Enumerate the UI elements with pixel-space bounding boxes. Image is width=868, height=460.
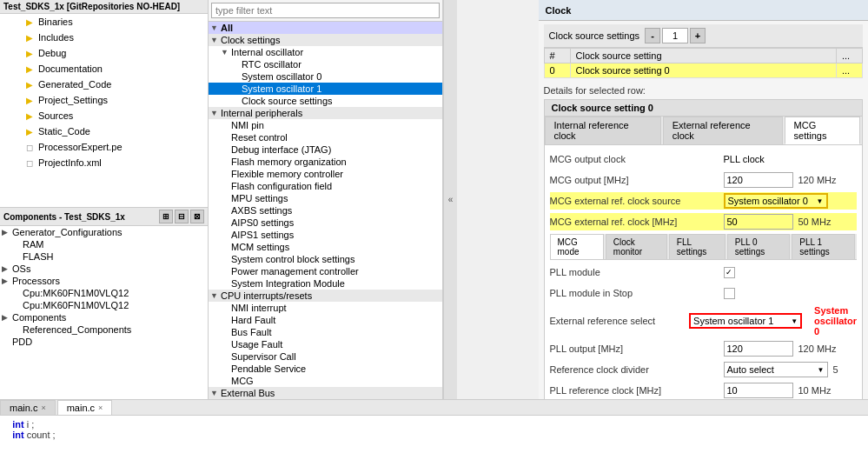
mid-tree-item-sys_osc0[interactable]: System oscillator 0 [209, 70, 442, 83]
mid-tree-item-nmi_interrupt[interactable]: NMI interrupt [209, 302, 442, 314]
table-row[interactable]: 0 Clock source setting 0 ... [544, 63, 863, 78]
collapse-button[interactable]: « [443, 0, 457, 399]
right-panel: Clock Clock source settings - 1 + # Cloc… [539, 0, 869, 399]
ext-ref-select-arrow: ▼ [791, 317, 798, 325]
comp-tree-item-cpu2[interactable]: Cpu:MK60FN1M0VLQ12 [0, 299, 208, 311]
mid-tree-item-rtc_osc[interactable]: RTC oscillator [209, 58, 442, 70]
mid-tree-item-reset_ctrl[interactable]: Reset control [209, 131, 442, 143]
comp-tree-item-oss[interactable]: ▶OSs [0, 263, 208, 275]
mid-tree-item-axbs_settings[interactable]: AXBS settings [209, 204, 442, 217]
mid-tree-item-internal_osc[interactable]: ▼Internal oscillator [209, 46, 442, 58]
mid-tree-item-mcg[interactable]: MCG [209, 375, 442, 387]
section-tab-fll[interactable]: FLL settings [669, 234, 726, 259]
code-line-1: int i ; [7, 419, 861, 430]
mid-tree-item-flash_mem[interactable]: Flash memory organization [209, 156, 442, 168]
mid-tree-item-clock_settings[interactable]: ▼Clock settings [209, 34, 442, 46]
project-tree-item-static_code[interactable]: ▶Static_Code [0, 123, 208, 139]
comp-tree-item-ram[interactable]: RAM [0, 238, 208, 250]
pll-row-divider: Reference clock divider Auto select ▼ 5 [550, 361, 858, 378]
pll-output-input[interactable] [724, 341, 793, 357]
project-tree-item-project_info[interactable]: ◻ProjectInfo.xml [0, 155, 208, 170]
section-tab-pll0[interactable]: PLL 0 settings [727, 234, 791, 259]
pll-row-output: PLL output [MHz] 120 MHz [550, 340, 858, 357]
pll-stop-value [724, 288, 858, 299]
mid-tree-item-power_mgmt[interactable]: Power management controller [209, 265, 442, 277]
project-tree-item-includes[interactable]: ▶Includes [0, 30, 208, 45]
comp-tree-item-processors[interactable]: ▶Processors [0, 275, 208, 287]
ext-mhz-input[interactable] [724, 214, 793, 230]
project-tree-item-sources[interactable]: ▶Sources [0, 108, 208, 123]
form-row-1: MCG output [MHz] 120 MHz [550, 171, 858, 189]
mid-tree-item-aips0_settings[interactable]: AIPS0 settings [209, 217, 442, 229]
mid-tree-item-sys_osc1[interactable]: System oscillator 1 [209, 83, 442, 95]
mcg-mhz-input[interactable] [724, 172, 793, 188]
mid-tree-item-external_bus[interactable]: ▼External Bus [209, 387, 442, 399]
components-header: Components - Test_SDKS_1x ⊞ ⊟ ⊠ [0, 208, 208, 226]
tab-mcg-settings[interactable]: MCG settings [785, 117, 860, 144]
pll-output-value: 120 MHz [724, 341, 858, 357]
mid-tree-item-nmi_pin[interactable]: NMI pin [209, 119, 442, 131]
mid-tree-item-sys_ctrl[interactable]: System control block settings [209, 253, 442, 265]
mid-tree-item-internal_periph[interactable]: ▼Internal peripherals [209, 107, 442, 119]
components-btn3[interactable]: ⊠ [190, 210, 204, 223]
mid-tree-item-flash_config[interactable]: Flash configuration field [209, 180, 442, 192]
tab-external-ref[interactable]: External reference clock [663, 117, 783, 144]
bottom-tab-label-2: main.c [67, 403, 95, 413]
mid-tree-item-clock_src[interactable]: Clock source settings [209, 95, 442, 107]
mid-tree-item-flexible_mem[interactable]: Flexible memory controller [209, 168, 442, 180]
pll-stop-checkbox[interactable] [724, 288, 735, 299]
mid-tree-item-pendable_svc[interactable]: Pendable Service [209, 363, 442, 375]
mid-tree-item-cpu_interrupts[interactable]: ▼CPU interrupts/resets [209, 290, 442, 302]
ref-divider-dropdown[interactable]: Auto select ▼ [724, 362, 828, 377]
comp-tree-item-flash[interactable]: FLASH [0, 250, 208, 263]
pll-ref-clock-input[interactable] [724, 383, 793, 398]
section-tab-mcg-mode[interactable]: MCG mode [550, 234, 604, 259]
counter-plus[interactable]: + [690, 28, 706, 43]
components-btn2[interactable]: ⊟ [175, 210, 189, 223]
mid-tree-item-mpu_settings[interactable]: MPU settings [209, 192, 442, 204]
code-area: int i ; int count ; [0, 416, 868, 460]
tab-internal-ref[interactable]: Internal reference clock [545, 117, 661, 144]
left-panel: Test_SDKS_1x [GitRepositories NO-HEAD] ▶… [0, 0, 209, 399]
section-tab-clock-monitor[interactable]: Clock monitor [606, 234, 667, 259]
project-tree-item-debug[interactable]: ▶Debug [0, 45, 208, 61]
bottom-tab-main-c-inactive[interactable]: main.c × [0, 400, 56, 415]
project-tree-item-binaries[interactable]: ▶Binaries [0, 14, 208, 30]
pll-module-checkbox[interactable]: ✓ [724, 267, 735, 278]
comp-tree-item-components[interactable]: ▶Components [0, 311, 208, 323]
mid-tree-item-mcm_settings[interactable]: MCM settings [209, 241, 442, 253]
comp-tree-item-referenced[interactable]: Referenced_Components [0, 323, 208, 336]
details-label: Details for selected row: [544, 85, 864, 96]
filter-input[interactable] [211, 3, 440, 18]
comp-tree-item-pdd[interactable]: PDD [0, 336, 208, 348]
bottom-tab-main-c-active[interactable]: main.c × [57, 400, 113, 415]
project-tree-item-generated_code[interactable]: ▶Generated_Code [0, 77, 208, 92]
clock-source-title: Clock source settings [549, 30, 640, 41]
mid-tree-item-debug_jtag[interactable]: Debug interface (JTAG) [209, 143, 442, 156]
ext-ref-value: System oscillator 0 [728, 196, 808, 206]
project-tree-item-processor_expert[interactable]: ◻ProcessorExpert.pe [0, 139, 208, 155]
comp-tree-item-generator_conf[interactable]: ▶Generator_Configurations [0, 226, 208, 238]
components-btn1[interactable]: ⊞ [159, 210, 173, 223]
project-tree-item-project_settings[interactable]: ▶Project_Settings [0, 92, 208, 108]
project-tree-item-documentation[interactable]: ▶Documentation [0, 61, 208, 77]
ext-ref-select-dropdown[interactable]: System oscillator 1 ▼ [689, 313, 802, 329]
mid-tree-item-usage_fault[interactable]: Usage Fault [209, 338, 442, 350]
section-tab-pll1[interactable]: PLL 1 settings [792, 234, 855, 259]
tab-close-2[interactable]: × [98, 403, 103, 412]
bottom-panel: main.c × main.c × int i ; int count ; [0, 399, 868, 460]
tab-close-1[interactable]: × [41, 403, 45, 412]
mid-tree-item-aips1_settings[interactable]: AIPS1 settings [209, 229, 442, 241]
comp-tree-item-cpu1[interactable]: Cpu:MK60FN1M0VLQ12 [0, 287, 208, 299]
ext-ref-dropdown[interactable]: System oscillator 0 ▼ [724, 193, 828, 209]
mid-tree-item-supervisor_call[interactable]: Supervisor Call [209, 350, 442, 363]
all-item[interactable]: ▼ All [209, 22, 442, 34]
mid-tree-item-sys_int[interactable]: System Integration Module [209, 277, 442, 290]
row-num: 0 [544, 63, 570, 78]
pll-divider-value: Auto select ▼ 5 [724, 362, 858, 377]
counter-minus[interactable]: - [645, 28, 660, 43]
mid-tree-item-bus_fault[interactable]: Bus Fault [209, 326, 442, 338]
form-label-ext-ref: MCG external ref. clock source [550, 196, 724, 206]
mid-tree-item-hard_fault[interactable]: Hard Fault [209, 314, 442, 326]
project-tree-header: Test_SDKS_1x [GitRepositories NO-HEAD] [0, 0, 208, 14]
